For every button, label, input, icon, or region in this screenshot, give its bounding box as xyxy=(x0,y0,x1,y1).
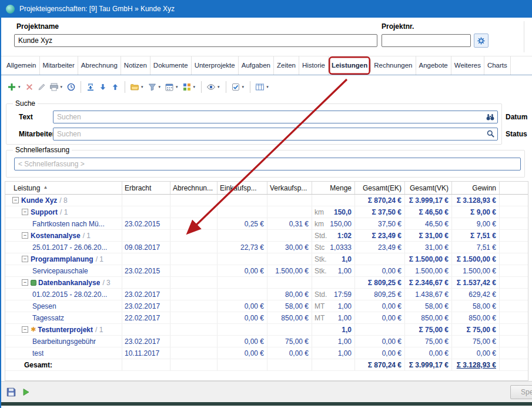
view-button[interactable] xyxy=(205,81,217,93)
item-count: / 1 xyxy=(95,326,103,334)
eye-icon xyxy=(206,82,216,92)
collapse-icon[interactable]: − xyxy=(22,279,28,286)
tab-unterprojekte[interactable]: Unterprojekte xyxy=(192,56,239,75)
column-header-menge[interactable]: Menge xyxy=(312,182,355,194)
print-button[interactable] xyxy=(48,81,60,93)
edit-button[interactable] xyxy=(36,81,48,93)
tab-historie[interactable]: Historie xyxy=(299,56,329,75)
column-header-erbracht[interactable]: Erbracht xyxy=(122,182,170,194)
open-folder-button[interactable] xyxy=(129,81,140,93)
quick-entry-input[interactable] xyxy=(14,158,521,170)
menge-value: 150,0 xyxy=(334,208,352,216)
tab-mitarbeiter[interactable]: Mitarbeiter xyxy=(40,56,78,75)
projektname-input[interactable] xyxy=(14,34,377,47)
columns-dropdown-caret-icon[interactable]: ▾ xyxy=(266,85,269,89)
tab-angebote[interactable]: Angebote xyxy=(416,56,451,75)
time-button[interactable] xyxy=(65,81,77,93)
floppy-disk-icon xyxy=(6,387,16,397)
column-header-einkaufspreis[interactable]: Einkaufsp... xyxy=(218,182,267,194)
view-dropdown-caret-icon[interactable]: ▾ xyxy=(218,85,220,89)
tab-rechnungen[interactable]: Rechnungen xyxy=(371,56,416,75)
gewinn-cell: Σ 9,00 € xyxy=(452,206,500,218)
save-button[interactable]: Speichern xyxy=(510,385,532,399)
leistung-cell: −Kostenanalyse/ 1 xyxy=(5,230,122,241)
text-search-input[interactable] xyxy=(53,111,498,123)
group-button[interactable] xyxy=(181,81,193,93)
tab-charts[interactable]: Charts xyxy=(484,56,511,75)
column-header-gesamt-ek[interactable]: Gesamt(EK) xyxy=(355,182,405,194)
calendar-dropdown-caret-icon[interactable]: ▾ xyxy=(176,85,178,89)
filter-button[interactable] xyxy=(146,81,158,93)
tab-weiteres[interactable]: Weiteres xyxy=(451,56,484,75)
folder-dropdown-caret-icon[interactable]: ▾ xyxy=(141,85,143,89)
select-dropdown-caret-icon[interactable]: ▾ xyxy=(242,85,245,89)
column-header-gesamt-vk[interactable]: Gesamt(VK) xyxy=(405,182,452,194)
tab-aufgaben[interactable]: Aufgaben xyxy=(239,56,274,75)
run-button[interactable] xyxy=(20,386,32,398)
mitarbeiter-search-input[interactable] xyxy=(53,128,498,141)
add-dropdown-caret-icon[interactable]: ▾ xyxy=(18,85,21,89)
group-dropdown-caret-icon[interactable]: ▾ xyxy=(193,85,196,89)
abrechnung-cell xyxy=(170,347,218,359)
table-row[interactable]: −Kunde Xyz/ 8Σ 870,24 €Σ 3.999,17 €Σ 3.1… xyxy=(5,195,528,206)
table-row[interactable]: 01.02.2015 - 28.02.20...23.02.201780,00 … xyxy=(5,289,528,300)
collapse-icon[interactable]: − xyxy=(12,197,19,203)
leistung-label: Servicepauschale xyxy=(32,267,88,275)
column-header-leistung[interactable]: Leistung▲ xyxy=(5,182,122,194)
table-row[interactable]: Fahrtkosten nach Mü...23.02.20150,25 €0,… xyxy=(5,218,528,230)
add-button[interactable] xyxy=(6,81,18,93)
table-row[interactable]: Tagessatz22.02.20170,00 €850,00 €MT1,000… xyxy=(5,312,528,324)
tab-zeiten[interactable]: Zeiten xyxy=(274,56,299,75)
columns-button[interactable] xyxy=(254,81,266,93)
projektnr-settings-button[interactable] xyxy=(474,34,488,48)
table-row[interactable]: −Kostenanalyse/ 1Std.1:02Σ 23,49 €Σ 31,0… xyxy=(5,230,528,242)
magnifier-icon[interactable] xyxy=(486,129,495,140)
move-down-button[interactable] xyxy=(97,81,109,93)
menge-unit: Stk. xyxy=(314,255,327,263)
table-row[interactable]: test10.11.20170,00 €0,00 €1,000,00 €0,00… xyxy=(5,347,528,359)
table-footer-row[interactable]: Gesamt:Σ 870,24 €Σ 3.999,17 €Σ 3.128,93 … xyxy=(5,359,528,371)
menge-cell: Stc1,0333 xyxy=(312,242,355,253)
calendar-button[interactable] xyxy=(163,81,175,93)
leistungen-table: Leistung▲ Erbracht Abrechnun... Einkaufs… xyxy=(5,181,528,381)
collapse-icon[interactable]: − xyxy=(22,232,28,239)
collapse-icon[interactable]: − xyxy=(22,326,28,333)
select-button[interactable] xyxy=(230,81,242,93)
save-icon-button[interactable] xyxy=(5,386,18,399)
table-row[interactable]: −Programmplanung/ 1Stk.1,0Σ 1.500,00 €Σ … xyxy=(5,253,528,265)
projektnr-input[interactable] xyxy=(382,34,471,47)
tab-notizen[interactable]: Notizen xyxy=(121,56,150,75)
table-row[interactable]: Bearbeitungsgebühr23.02.20170,00 €75,00 … xyxy=(5,336,528,347)
einkaufspreis-cell xyxy=(218,359,267,370)
column-header-verkaufspreis[interactable]: Verkaufsp... xyxy=(267,182,312,194)
collapse-icon[interactable]: − xyxy=(22,256,28,262)
filter-dropdown-caret-icon[interactable]: ▾ xyxy=(159,85,161,89)
table-row[interactable]: Servicepauschale23.02.20150,00 €1.500,00… xyxy=(5,265,528,277)
tab-abrechnung[interactable]: Abrechnung xyxy=(78,56,121,75)
tab-allgemein[interactable]: Allgemein xyxy=(4,56,40,75)
table-row[interactable]: 25.01.2017 - 26.06.20...09.08.201722,73 … xyxy=(5,242,528,253)
import-button[interactable] xyxy=(85,81,96,93)
table-row[interactable]: −✱Testunterprojekt/ 11,0Σ 75,00 €Σ 75,00… xyxy=(5,324,528,336)
column-header-gewinn[interactable]: Gewinn xyxy=(452,182,500,194)
leistung-label: Bearbeitungsgebühr xyxy=(32,337,96,346)
column-header-abrechnung[interactable]: Abrechnun... xyxy=(170,182,218,194)
erbracht-cell xyxy=(122,253,170,265)
table-body: −Kunde Xyz/ 8Σ 870,24 €Σ 3.999,17 €Σ 3.1… xyxy=(5,195,528,371)
menge-value: 1,0 xyxy=(342,326,352,334)
table-row[interactable]: Spesen23.02.20170,00 €58,00 €MT1,000,00 … xyxy=(5,300,528,312)
leistung-label: 25.01.2017 - 26.06.20... xyxy=(32,243,107,252)
table-row[interactable]: −Support/ 1km150,0Σ 37,50 €Σ 46,50 €Σ 9,… xyxy=(5,206,528,218)
print-dropdown-caret-icon[interactable]: ▾ xyxy=(61,85,63,89)
binoculars-icon[interactable] xyxy=(486,112,495,123)
collapse-icon[interactable]: − xyxy=(22,209,28,215)
erbracht-cell xyxy=(122,230,170,241)
verkaufspreis-cell xyxy=(267,277,312,288)
titlebar[interactable]: Projekteigenschaften: [9] Tau GmbH » Kun… xyxy=(1,0,532,18)
delete-button[interactable] xyxy=(24,81,35,93)
table-row[interactable]: −Datenbankanalyse/ 3Σ 809,25 €Σ 2.346,67… xyxy=(5,277,528,289)
tab-leistungen[interactable]: Leistungen xyxy=(329,56,371,75)
move-up-button[interactable] xyxy=(109,81,121,93)
tab-dokumente[interactable]: Dokumente xyxy=(150,56,192,75)
leistung-cell: test xyxy=(5,347,122,359)
